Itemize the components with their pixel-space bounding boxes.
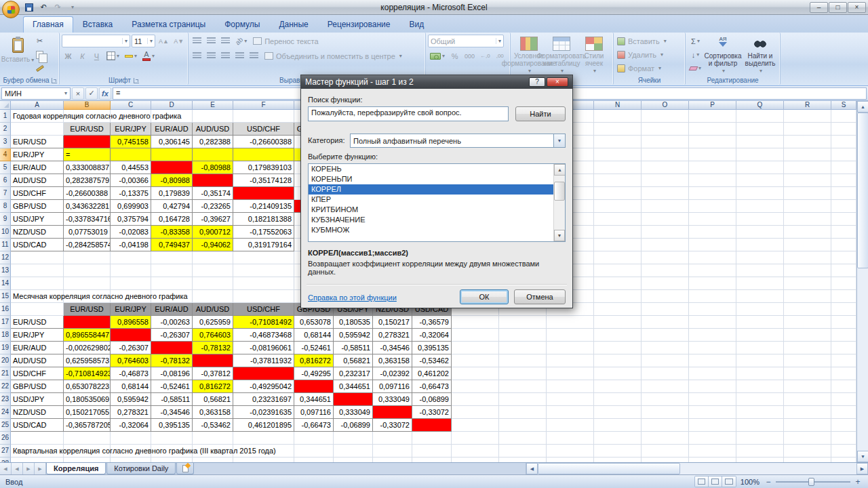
cell-N7[interactable]: [594, 187, 642, 200]
page-break-view-button[interactable]: [722, 476, 736, 487]
underline-button[interactable]: Ч: [90, 49, 103, 62]
cell-I22[interactable]: 0,097116: [373, 380, 412, 393]
cell-F14[interactable]: [233, 277, 294, 290]
tab-Вставка[interactable]: Вставка: [73, 16, 123, 33]
cell-D21[interactable]: -0,08196: [151, 367, 193, 380]
cell-S13[interactable]: [831, 264, 856, 277]
cell-O16[interactable]: [642, 303, 689, 316]
cell-E24[interactable]: 0,363158: [193, 406, 233, 419]
row-header-5[interactable]: 5: [0, 161, 11, 174]
cell-P6[interactable]: [689, 174, 736, 187]
horizontal-scrollbar[interactable]: ◀ ▶: [526, 463, 868, 474]
cell-O27[interactable]: [642, 445, 689, 458]
cell-P28[interactable]: [689, 458, 736, 462]
row-header-14[interactable]: 14: [0, 277, 11, 290]
cell-P12[interactable]: [689, 251, 736, 264]
cell-P2[interactable]: [689, 123, 736, 136]
cell-B20[interactable]: 0,625958573: [64, 354, 111, 367]
cell-M21[interactable]: [547, 367, 594, 380]
cell-A25[interactable]: USD/CAD: [11, 419, 64, 432]
cell-B28[interactable]: [64, 458, 111, 462]
cell-P21[interactable]: [689, 367, 736, 380]
cell-P20[interactable]: [689, 354, 736, 367]
cell-B10[interactable]: 0,07753019: [64, 226, 111, 239]
tab-Разметка страницы[interactable]: Разметка страницы: [122, 16, 215, 33]
cell-Q25[interactable]: [736, 419, 784, 432]
cell-R20[interactable]: [784, 354, 831, 367]
cell-R26[interactable]: [784, 432, 831, 445]
sheet-tab-Корреляция[interactable]: Корреляция: [46, 463, 106, 474]
cell-H23[interactable]: [334, 393, 373, 406]
cell-P10[interactable]: [689, 226, 736, 239]
cell-N10[interactable]: [594, 226, 642, 239]
cell-F9[interactable]: 0,182181388: [233, 213, 294, 226]
cell-K26[interactable]: [452, 432, 499, 445]
cell-Q1[interactable]: [736, 110, 784, 123]
cell-D11[interactable]: 0,749437: [151, 239, 193, 251]
cell-I25[interactable]: -0,33072: [373, 419, 412, 432]
scroll-up-icon[interactable]: ▲: [857, 101, 868, 113]
cell-D16[interactable]: EUR/AUD: [151, 303, 193, 316]
cell-Q9[interactable]: [736, 213, 784, 226]
cell-C22[interactable]: 0,68144: [111, 380, 151, 393]
cell-L24[interactable]: [499, 406, 547, 419]
cell-B24[interactable]: 0,150217055: [64, 406, 111, 419]
find-select-button[interactable]: Найти и выделить▾: [743, 35, 778, 75]
cell-F6[interactable]: -0,35174128: [233, 174, 294, 187]
cell-M23[interactable]: [547, 393, 594, 406]
insert-cells-button[interactable]: Вставить▾: [616, 35, 683, 47]
first-sheet-button[interactable]: ◀: [0, 463, 12, 474]
cell-A1[interactable]: Годовая корреляция согласно дневного гра…: [11, 110, 64, 123]
cell-R11[interactable]: [784, 239, 831, 251]
cell-F13[interactable]: [233, 264, 294, 277]
cell-B9[interactable]: -0,337834716: [64, 213, 111, 226]
function-item-КУБМНОЖ[interactable]: КУБМНОЖ: [309, 225, 565, 235]
cell-R13[interactable]: [784, 264, 831, 277]
cell-K28[interactable]: [452, 458, 499, 462]
row-header-18[interactable]: 18: [0, 329, 11, 342]
row-header-28[interactable]: 28: [0, 458, 11, 462]
cut-button[interactable]: ✂: [33, 35, 46, 47]
cell-P22[interactable]: [689, 380, 736, 393]
cell-P27[interactable]: [689, 445, 736, 458]
cell-N28[interactable]: [594, 458, 642, 462]
cell-N27[interactable]: [594, 445, 642, 458]
cell-J24[interactable]: -0,33072: [412, 406, 452, 419]
cell-F5[interactable]: 0,179839103: [233, 161, 294, 174]
cell-K23[interactable]: [452, 393, 499, 406]
cell-D17[interactable]: -0,00263: [151, 316, 193, 329]
cell-P18[interactable]: [689, 329, 736, 342]
copy-button[interactable]: [33, 48, 46, 61]
cell-J19[interactable]: 0,395135: [412, 342, 452, 354]
cell-B12[interactable]: [64, 251, 111, 264]
cell-F7[interactable]: [233, 187, 294, 200]
page-layout-view-button[interactable]: [709, 476, 722, 487]
cell-B13[interactable]: [64, 264, 111, 277]
number-format-combo[interactable]: Общий▾: [428, 35, 504, 47]
cell-L26[interactable]: [499, 432, 547, 445]
cell-R10[interactable]: [784, 226, 831, 239]
wrap-text-button[interactable]: Перенос текста: [250, 37, 321, 46]
font-size-combo[interactable]: 11▾: [132, 35, 155, 47]
cell-C21[interactable]: -0,46873: [111, 367, 151, 380]
search-function-input[interactable]: Пожалуйста, перефразируйте свой вопрос.: [308, 106, 509, 121]
cell-A10[interactable]: NZD/USD: [11, 226, 64, 239]
cell-J21[interactable]: 0,461202: [412, 367, 452, 380]
cell-I19[interactable]: -0,34546: [373, 342, 412, 354]
cell-S26[interactable]: [831, 432, 856, 445]
cell-K20[interactable]: [452, 354, 499, 367]
zoom-track[interactable]: [776, 481, 850, 483]
sheet-tab-Котировки Daily[interactable]: Котировки Daily: [106, 463, 176, 474]
function-list-scrollbar[interactable]: ▲ ▼: [553, 164, 565, 241]
cell-B4[interactable]: =: [64, 148, 111, 161]
cell-D18[interactable]: -0,26307: [151, 329, 193, 342]
cell-H21[interactable]: 0,232317: [334, 367, 373, 380]
cell-A22[interactable]: GBP/USD: [11, 380, 64, 393]
cell-D4[interactable]: [151, 148, 193, 161]
close-button[interactable]: ×: [848, 2, 866, 13]
cell-A17[interactable]: EUR/USD: [11, 316, 64, 329]
cell-D6[interactable]: -0,80988: [151, 174, 193, 187]
cell-A28[interactable]: [11, 458, 64, 462]
cancel-entry-button[interactable]: ×: [72, 87, 84, 100]
cell-E13[interactable]: [193, 264, 233, 277]
